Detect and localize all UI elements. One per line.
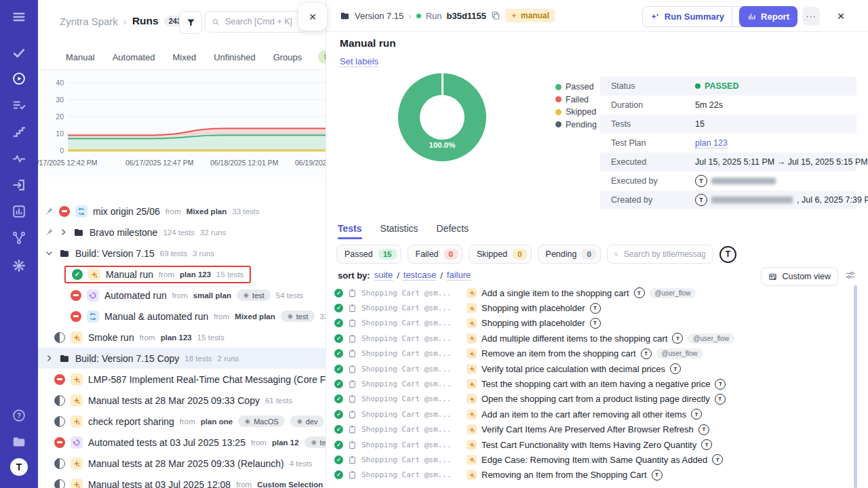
test-plan-link[interactable]: plan 123 [695,138,728,148]
runs-tab-automated[interactable]: Automated [113,52,155,62]
collapse-panel-button[interactable]: × [298,3,327,30]
sidebar-item-workflow[interactable] [0,228,38,248]
run-name[interactable]: Manual tests at 28 Mar 2025 09:33 (Relau… [88,458,284,469]
test-result-row[interactable]: ✓Shopping Cart @sm...Verify Cart Items A… [334,422,856,437]
plan-name[interactable]: small plan [193,291,231,300]
plan-name[interactable]: Custom Selection [257,481,323,488]
test-result-row[interactable]: ✓Shopping Cart @sm...Verify total price … [334,361,856,376]
set-labels-link[interactable]: Set labels [340,56,378,67]
tests-scrollbar[interactable] [854,285,857,488]
test-result-row[interactable]: ✓Shopping Cart @sm...Test Cart Functiona… [334,437,856,452]
sidebar-item-menu[interactable] [0,7,38,27]
runs-tab-tag-pill[interactable]: tes [318,50,326,64]
plan-name[interactable]: Mixed plan [186,207,226,216]
sidebar-item-runs[interactable] [0,68,38,89]
folder-name[interactable]: Build: Version 7.15 Copy [75,353,179,364]
detail-breadcrumb-folder[interactable]: Version 7.15 [355,11,403,21]
filter-button[interactable] [179,11,202,34]
run-name[interactable]: Manual run [106,269,153,280]
test-title[interactable]: Add an item to the cart after removing a… [481,409,686,420]
custom-view-button[interactable]: Custom view [761,267,838,286]
plan-name[interactable]: plan 123 [180,270,211,279]
test-result-row[interactable]: ✓Shopping Cart @sm...Remove an item from… [334,346,856,361]
run-name[interactable]: Manual tests at 03 Jul 2025 12:08 [88,479,231,488]
sidebar-item-import[interactable] [0,175,38,195]
sort-by-failure[interactable]: failure [447,270,471,281]
report-button[interactable]: Report [739,6,797,27]
test-result-row[interactable]: ✓Shopping Cart @sm...Removing an Item fr… [334,468,856,483]
test-title[interactable]: Add multiple different items to the shop… [481,333,667,344]
chevron-right-icon[interactable] [59,228,68,237]
run-group-row[interactable]: Bravo milestone124 tests32 runs [38,222,326,243]
test-title[interactable]: Test Cart Functionality with Items Havin… [481,440,696,450]
test-result-row[interactable]: ✓Shopping Cart @sm...Add multiple differ… [334,331,856,346]
sidebar-item-analytics[interactable] [0,201,38,222]
runs-tab-mixed[interactable]: Mixed [173,52,197,62]
tab-defects[interactable]: Defects [437,223,469,239]
sidebar-item-test-plans[interactable] [0,95,38,115]
run-name[interactable]: Manual tests at 28 Mar 2025 09:33 Copy [88,395,260,406]
tab-tests[interactable]: Tests [338,223,362,239]
sidebar-item-pulse[interactable] [0,148,38,169]
run-name[interactable]: check report sharing [88,416,174,427]
run-row[interactable]: Manual & automated runfromMixed plantest… [38,306,326,327]
test-result-row[interactable]: ✓Shopping Cart @sm...Open the shopping c… [334,392,856,407]
chevron-right-icon[interactable] [45,354,54,363]
test-title[interactable]: Open the shopping cart from a product li… [481,394,710,404]
run-row[interactable]: Automated runfromsmall plantest54 tests [38,285,326,306]
plan-name[interactable]: plan 12 [272,439,299,447]
view-settings-icon[interactable] [845,270,856,281]
test-title[interactable]: Shopping with placeholder [481,318,585,328]
test-title[interactable]: Verify Cart Items Are Preserved After Br… [481,424,694,434]
sidebar-item-projects[interactable] [0,432,38,452]
chevron-down-icon[interactable] [45,249,54,258]
run-name[interactable]: Manual & automated run [104,311,208,322]
runs-tab-manual[interactable]: Manual [66,52,95,62]
test-result-row[interactable]: ✓Shopping Cart @sm...Add an item to the … [334,407,856,422]
test-title[interactable]: Remove an item from the shopping cart [481,348,636,359]
run-name[interactable]: Automated run [104,290,167,301]
run-name[interactable]: Smoke run [88,332,134,343]
run-name[interactable]: Automated tests at 03 Jul 2025 13:25 [88,437,245,448]
sort-by-suite[interactable]: suite [374,270,393,281]
filter-chip-skipped[interactable]: Skipped0 [469,245,532,264]
runs-search[interactable] [205,11,308,33]
test-title[interactable]: Add a single item to the shopping cart [481,288,629,298]
breadcrumb-project[interactable]: Zyntra Spark [60,16,118,27]
assignee-filter-avatar[interactable]: T [719,246,736,263]
folder-name[interactable]: Bravo milestone [90,227,157,238]
run-group-row[interactable]: Build: Version 7.1569 tests3 runs [38,243,326,264]
test-title[interactable]: Verify total price calculation with deci… [481,364,665,374]
close-detail-button[interactable]: × [832,7,850,26]
filter-chip-failed[interactable]: Failed0 [408,245,462,264]
runs-tab-unfinished[interactable]: Unfinished [214,52,255,62]
test-result-row[interactable]: ✓Shopping Cart @sm...Edge Case: Removing… [334,452,856,467]
sidebar-item-help[interactable]: ? [0,405,38,426]
run-row[interactable]: LMP-587 Implement Real-Time Chat Messagi… [38,369,326,390]
tests-search-input[interactable] [623,249,707,260]
copy-icon[interactable] [491,11,500,20]
run-summary-button[interactable]: Run Summary [643,7,732,26]
folder-name[interactable]: Build: Version 7.15 [75,248,155,259]
run-row[interactable]: Manual tests at 28 Mar 2025 09:33 (Relau… [38,453,326,474]
test-title[interactable]: Shopping with placeholder [481,303,585,313]
sort-by-testcase[interactable]: testcase [403,270,436,281]
tests-search[interactable] [607,245,713,264]
run-row[interactable]: Manual tests at 28 Mar 2025 09:33 Copy61… [38,390,326,411]
runs-search-input[interactable] [224,16,301,27]
sidebar-item-settings[interactable] [0,256,38,276]
plan-name[interactable]: Mixed plan [235,312,275,321]
test-result-row[interactable]: ✓Shopping Cart @sm...Shopping with place… [334,316,856,331]
run-row[interactable]: ✓Manual runfromplan 12315 tests [38,264,326,285]
run-name[interactable]: LMP-587 Implement Real-Time Chat Messagi… [88,374,326,385]
run-row[interactable]: Manual tests at 03 Jul 2025 12:08fromCus… [38,474,326,488]
test-title[interactable]: Test the shopping cart with an item havi… [481,379,710,389]
run-group-row[interactable]: Build: Version 7.15 Copy18 tests2 runs [38,348,326,369]
more-actions-button[interactable]: ··· [802,7,820,26]
run-row[interactable]: mix origin 25/06fromMixed plan33 tests [38,201,326,222]
filter-chip-passed[interactable]: Passed15 [336,245,401,264]
sidebar-item-profile[interactable]: T [0,457,38,477]
test-title[interactable]: Removing an Item from the Shopping Cart [481,470,647,480]
run-name[interactable]: mix origin 25/06 [93,206,160,217]
run-row[interactable]: check report sharingfromplan oneMacOSdev… [38,411,326,432]
